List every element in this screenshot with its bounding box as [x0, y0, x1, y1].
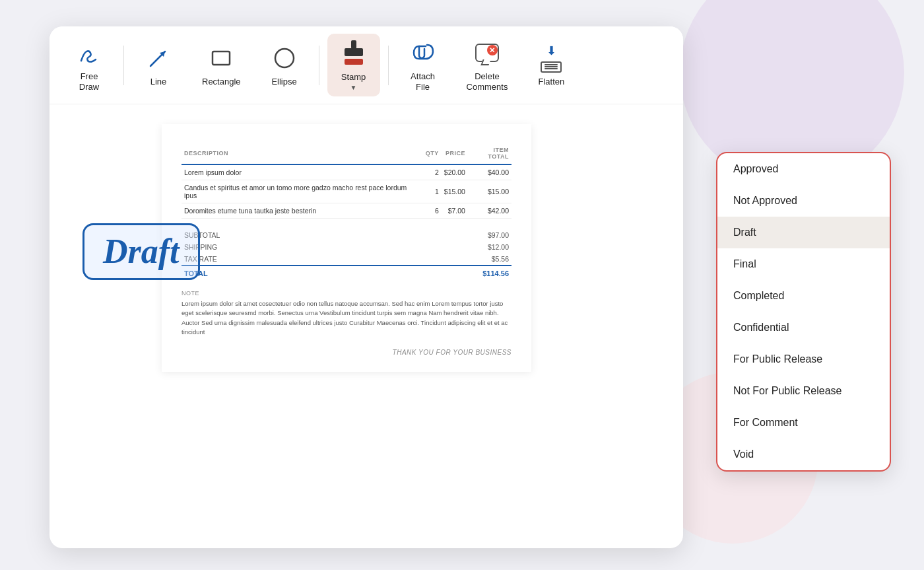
svg-rect-4: [351, 40, 356, 49]
total-label: TOTAL: [182, 266, 368, 279]
stamp-option-confidential[interactable]: Confidential: [717, 312, 890, 343]
stamp-option-completed[interactable]: Completed: [717, 280, 890, 312]
row-qty: 2: [423, 164, 442, 180]
flatten-line-1: [544, 64, 558, 65]
row-desc: Doromites etume tuna tautka jeste bester…: [182, 203, 423, 219]
note-text: Lorem ipsum dolor sit amet cosectetuer o…: [182, 299, 512, 337]
tool-rectangle[interactable]: Rectangle: [190, 38, 253, 92]
flatten-label: Flatten: [539, 77, 565, 87]
note-label: NOTE: [182, 290, 512, 297]
main-card: FreeDraw Line Rectangle: [50, 26, 683, 548]
tax-row: TAX RATE $5.56: [182, 253, 512, 266]
line-icon: [144, 44, 173, 73]
tool-ellipse[interactable]: Ellipse: [258, 38, 311, 92]
row-total: $40.00: [468, 164, 512, 180]
stamp-option-not-approved[interactable]: Not Approved: [717, 185, 890, 217]
invoice-row-2: Doromites etume tuna tautka jeste bester…: [182, 203, 512, 219]
row-total: $15.00: [468, 180, 512, 203]
col-price: PRICE: [442, 144, 468, 164]
svg-rect-2: [213, 52, 230, 65]
ellipse-label: Ellipse: [271, 77, 296, 87]
divider-3: [388, 46, 389, 85]
rectangle-label: Rectangle: [202, 77, 241, 87]
stamp-option-draft[interactable]: Draft: [717, 217, 890, 248]
thank-you-text: THANK YOU FOR YOUR BUSINESS: [182, 349, 512, 356]
stamp-option-for-public-release[interactable]: For Public Release: [717, 343, 890, 375]
row-desc: Lorem ipsum dolor: [182, 164, 423, 180]
svg-point-3: [275, 49, 294, 67]
shipping-row: SHIPPING $12.00: [182, 241, 512, 253]
stamp-chevron-icon: ▼: [350, 84, 357, 91]
col-qty: QTY: [423, 144, 442, 164]
line-label: Line: [150, 77, 167, 87]
totals-table: SUBTOTAL $97.00 SHIPPING $12.00 TAX RATE…: [182, 229, 512, 279]
delete-comments-label: DeleteComments: [467, 71, 508, 92]
stamp-option-approved[interactable]: Approved: [717, 153, 890, 185]
total-row: TOTAL $114.56: [182, 266, 512, 279]
note-section: NOTE Lorem ipsum dolor sit amet cosectet…: [182, 290, 512, 337]
invoice-document: DESCRIPTION QTY PRICE ITEM TOTAL Lorem i…: [162, 124, 531, 372]
row-price: $20.00: [442, 164, 468, 180]
flatten-line-3: [544, 68, 558, 69]
tool-attach-file[interactable]: AttachFile: [397, 33, 449, 97]
invoice-row-1: Candus et spiritus et amor un tomo more …: [182, 180, 512, 203]
tax-value: $5.56: [368, 253, 512, 266]
flatten-icon: ⬇: [537, 44, 566, 73]
draft-stamp: Draft: [82, 223, 200, 280]
stamp-option-for-comment[interactable]: For Comment: [717, 407, 890, 439]
stamp-option-not-for-public-release[interactable]: Not For Public Release: [717, 375, 890, 407]
svg-rect-6: [345, 59, 363, 65]
attach-file-icon: [409, 38, 438, 67]
subtotal-value: $97.00: [368, 229, 512, 241]
svg-rect-5: [345, 48, 363, 56]
flatten-arrow-icon: ⬇: [546, 44, 556, 58]
subtotal-row: SUBTOTAL $97.00: [182, 229, 512, 241]
stamp-label: Stamp: [341, 72, 366, 83]
row-total: $42.00: [468, 203, 512, 219]
ellipse-icon: [270, 44, 299, 73]
subtotal-label: SUBTOTAL: [182, 229, 368, 241]
attach-file-label: AttachFile: [411, 71, 435, 92]
free-draw-label: FreeDraw: [79, 71, 99, 92]
free-draw-icon: [75, 38, 104, 67]
tool-free-draw[interactable]: FreeDraw: [63, 33, 116, 97]
row-price: $15.00: [442, 180, 468, 203]
tax-label: TAX RATE: [182, 253, 368, 266]
rectangle-icon: [207, 44, 236, 73]
stamp-dropdown: ApprovedNot ApprovedDraftFinalCompletedC…: [716, 152, 891, 472]
divider-1: [123, 46, 124, 85]
flatten-lines-shape: [541, 61, 562, 73]
delete-x-badge: ✕: [487, 45, 498, 55]
tool-delete-comments[interactable]: ✕ DeleteComments: [455, 33, 520, 97]
stamp-option-void[interactable]: Void: [717, 439, 890, 470]
total-value: $114.56: [368, 266, 512, 279]
draft-stamp-box: Draft: [82, 223, 200, 280]
row-price: $7.00: [442, 203, 468, 219]
shipping-value: $12.00: [368, 241, 512, 253]
delete-icon-wrap: ✕: [473, 38, 502, 67]
document-area: Draft DESCRIPTION QTY PRICE ITEM TOTAL L…: [50, 104, 683, 548]
stamp-icon: [339, 39, 368, 68]
col-description: DESCRIPTION: [182, 144, 423, 164]
flatten-line-2: [544, 66, 558, 67]
row-qty: 6: [423, 203, 442, 219]
row-desc: Candus et spiritus et amor un tomo more …: [182, 180, 423, 203]
shipping-label: SHIPPING: [182, 241, 368, 253]
invoice-row-0: Lorem ipsum dolor 2 $20.00 $40.00: [182, 164, 512, 180]
col-item-total: ITEM TOTAL: [468, 144, 512, 164]
flatten-icon-graphic: ⬇: [537, 44, 566, 73]
speech-bubble-shape: ✕: [475, 44, 499, 62]
tool-stamp[interactable]: Stamp ▼: [327, 34, 380, 96]
divider-2: [319, 46, 319, 85]
tool-flatten[interactable]: ⬇ Flatten: [525, 38, 578, 92]
toolbar: FreeDraw Line Rectangle: [50, 26, 683, 104]
row-qty: 1: [423, 180, 442, 203]
invoice-table: DESCRIPTION QTY PRICE ITEM TOTAL Lorem i…: [182, 144, 512, 219]
delete-comments-icon: ✕: [473, 38, 502, 67]
stamp-option-final[interactable]: Final: [717, 248, 890, 280]
tool-line[interactable]: Line: [132, 38, 185, 92]
draft-stamp-text: Draft: [103, 232, 180, 270]
